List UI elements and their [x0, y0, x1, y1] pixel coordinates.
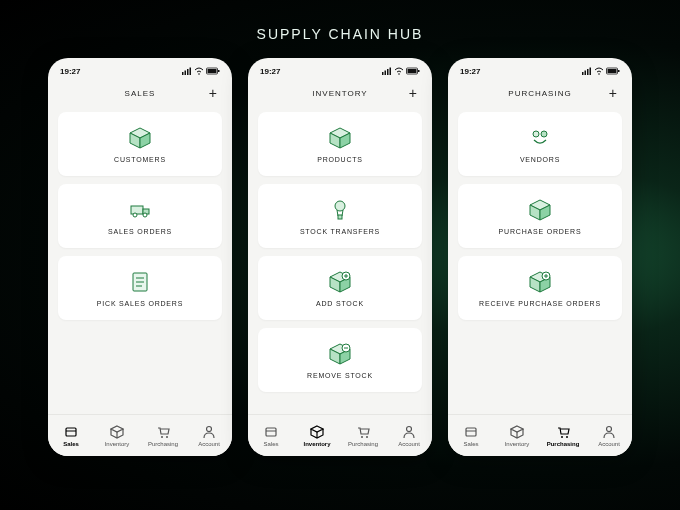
- card-label: PRODUCTS: [317, 156, 363, 163]
- tab-inventory[interactable]: Inventory: [294, 415, 340, 456]
- svg-rect-35: [208, 69, 217, 73]
- tab-sales[interactable]: Sales: [448, 415, 494, 456]
- card-label: CUSTOMERS: [114, 156, 166, 163]
- battery-icon: [606, 67, 620, 75]
- card-label: STOCK TRANSFERS: [300, 228, 380, 235]
- screen-title: INVENTORY: [312, 89, 367, 98]
- card-label: PURCHASE ORDERS: [499, 228, 582, 235]
- svg-rect-52: [618, 70, 620, 72]
- menu-card-products[interactable]: PRODUCTS: [258, 112, 422, 176]
- wifi-icon: [394, 67, 404, 75]
- screen-title: PURCHASING: [508, 89, 571, 98]
- menu-card-vendors[interactable]: VENDORS: [458, 112, 622, 176]
- svg-rect-32: [190, 68, 192, 76]
- tab-purchasing[interactable]: Purchasing: [540, 415, 586, 456]
- status-time: 19:27: [460, 67, 480, 76]
- svg-rect-48: [590, 68, 592, 76]
- tab-bar: Sales Inventory Purchasing Account: [248, 414, 432, 456]
- add-button[interactable]: +: [609, 86, 618, 100]
- svg-rect-44: [418, 70, 420, 72]
- svg-rect-43: [408, 69, 417, 73]
- phone-mockup: 19:27 PURCHASING+ VENDORS PURCHASE ORDER…: [448, 58, 632, 456]
- tab-label: Account: [398, 441, 420, 447]
- signal-icon: [182, 67, 192, 75]
- card-label: VENDORS: [520, 156, 560, 163]
- status-indicators: [582, 67, 620, 75]
- tab-label: Inventory: [105, 441, 130, 447]
- svg-rect-30: [185, 71, 187, 76]
- svg-rect-46: [585, 71, 587, 76]
- purchasing-tab-icon: [356, 425, 370, 439]
- tab-sales[interactable]: Sales: [248, 415, 294, 456]
- phone-mockups: 19:27 SALES+ CUSTOMERS SALES ORDERS PICK…: [0, 58, 680, 456]
- menu-card-pick-sales-orders[interactable]: PICK SALES ORDERS: [58, 256, 222, 320]
- tab-label: Purchasing: [348, 441, 378, 447]
- account-tab-icon: [602, 425, 616, 439]
- tab-label: Sales: [263, 441, 278, 447]
- menu-card-sales-orders[interactable]: SALES ORDERS: [58, 184, 222, 248]
- account-tab-icon: [202, 425, 216, 439]
- svg-point-33: [198, 73, 200, 75]
- svg-point-49: [598, 73, 600, 75]
- tab-label: Account: [198, 441, 220, 447]
- screen-header: INVENTORY+: [248, 78, 432, 108]
- tab-account[interactable]: Account: [186, 415, 232, 456]
- svg-rect-36: [218, 70, 220, 72]
- tab-purchasing[interactable]: Purchasing: [140, 415, 186, 456]
- purchasing-tab-icon: [556, 425, 570, 439]
- tab-label: Inventory: [303, 441, 330, 447]
- wifi-icon: [194, 67, 204, 75]
- purchasing-tab-icon: [156, 425, 170, 439]
- menu-card-purchase-orders[interactable]: PURCHASE ORDERS: [458, 184, 622, 248]
- svg-point-41: [398, 73, 400, 75]
- sales-tab-icon: [64, 425, 78, 439]
- svg-rect-29: [182, 72, 184, 75]
- sales-tab-icon: [264, 425, 278, 439]
- tab-label: Inventory: [505, 441, 530, 447]
- inventory-tab-icon: [510, 425, 524, 439]
- menu-card-customers[interactable]: CUSTOMERS: [58, 112, 222, 176]
- svg-rect-51: [608, 69, 617, 73]
- battery-icon: [206, 67, 220, 75]
- card-list: PRODUCTS STOCK TRANSFERS ADD STOCK REMOV…: [248, 108, 432, 414]
- tab-sales[interactable]: Sales: [48, 415, 94, 456]
- add-button[interactable]: +: [409, 86, 418, 100]
- card-label: SALES ORDERS: [108, 228, 172, 235]
- products-icon: [328, 126, 352, 150]
- tab-bar: Sales Inventory Purchasing Account: [448, 414, 632, 456]
- status-indicators: [182, 67, 220, 75]
- tab-label: Purchasing: [547, 441, 580, 447]
- card-label: ADD STOCK: [316, 300, 364, 307]
- stock-transfers-icon: [328, 198, 352, 222]
- screen-header: SALES+: [48, 78, 232, 108]
- card-label: RECEIVE PURCHASE ORDERS: [479, 300, 601, 307]
- menu-card-receive-purchase-orders[interactable]: RECEIVE PURCHASE ORDERS: [458, 256, 622, 320]
- svg-rect-31: [187, 69, 189, 75]
- tab-bar: Sales Inventory Purchasing Account: [48, 414, 232, 456]
- card-label: PICK SALES ORDERS: [97, 300, 183, 307]
- menu-card-add-stock[interactable]: ADD STOCK: [258, 256, 422, 320]
- tab-label: Account: [598, 441, 620, 447]
- phone-mockup: 19:27 INVENTORY+ PRODUCTS STOCK TRANSFER…: [248, 58, 432, 456]
- add-button[interactable]: +: [209, 86, 218, 100]
- menu-card-stock-transfers[interactable]: STOCK TRANSFERS: [258, 184, 422, 248]
- status-bar: 19:27: [48, 58, 232, 78]
- tab-purchasing[interactable]: Purchasing: [340, 415, 386, 456]
- purchase-orders-icon: [528, 198, 552, 222]
- tab-inventory[interactable]: Inventory: [494, 415, 540, 456]
- svg-rect-39: [387, 69, 389, 75]
- tab-label: Sales: [63, 441, 79, 447]
- signal-icon: [582, 67, 592, 75]
- inventory-tab-icon: [110, 425, 124, 439]
- tab-account[interactable]: Account: [586, 415, 632, 456]
- status-bar: 19:27: [448, 58, 632, 78]
- menu-card-remove-stock[interactable]: REMOVE STOCK: [258, 328, 422, 392]
- card-list: CUSTOMERS SALES ORDERS PICK SALES ORDERS: [48, 108, 232, 414]
- svg-rect-47: [587, 69, 589, 75]
- svg-rect-40: [390, 68, 392, 76]
- tab-inventory[interactable]: Inventory: [94, 415, 140, 456]
- tab-account[interactable]: Account: [386, 415, 432, 456]
- pick-sales-orders-icon: [128, 270, 152, 294]
- card-label: REMOVE STOCK: [307, 372, 373, 379]
- add-stock-icon: [328, 270, 352, 294]
